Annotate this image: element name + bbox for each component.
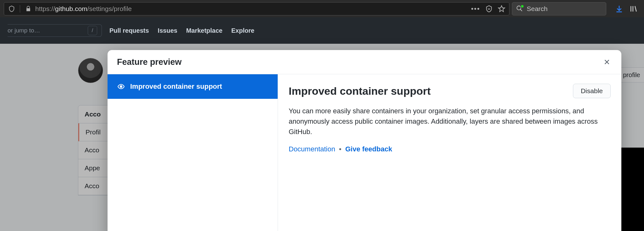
separator — [20, 5, 20, 13]
close-icon — [603, 59, 610, 65]
downloads-icon[interactable] — [615, 5, 623, 13]
eye-icon — [117, 82, 125, 91]
nav-pull-requests[interactable]: Pull requests — [109, 27, 149, 34]
slash-key-hint: / — [88, 26, 97, 35]
shield-icon — [8, 5, 15, 13]
modal-sidebar: Improved container support — [108, 74, 278, 231]
url-host: github.com — [55, 5, 87, 12]
browser-address-bar: https://github.com/settings/profile ••• … — [0, 0, 644, 17]
jump-to-search[interactable]: or jump to… / — [8, 24, 102, 37]
nav-explore[interactable]: Explore — [231, 27, 254, 34]
search-icon — [516, 5, 524, 13]
svg-point-7 — [120, 86, 122, 87]
feature-item-improved-container-support[interactable]: Improved container support — [108, 74, 278, 99]
url-text: https://github.com/settings/profile — [35, 5, 468, 13]
feature-links: Documentation • Give feedback — [289, 145, 611, 153]
feature-item-label: Improved container support — [130, 82, 222, 91]
pocket-icon[interactable] — [485, 5, 493, 13]
feature-heading: Improved container support — [289, 85, 431, 97]
url-scheme: https:// — [35, 5, 55, 12]
give-feedback-link[interactable]: Give feedback — [345, 145, 392, 153]
link-separator: • — [339, 145, 341, 153]
modal-main: Improved container support Disable You c… — [278, 74, 621, 231]
browser-search-box[interactable]: Search — [512, 2, 606, 15]
feature-description: You can more easily share containers in … — [289, 106, 603, 137]
documentation-link[interactable]: Documentation — [289, 145, 335, 153]
svg-line-1 — [520, 9, 522, 11]
page-content: Acco Profil Acco Appe Acco profile Featu… — [0, 44, 644, 231]
search-badge-icon — [520, 4, 524, 8]
feature-preview-modal: Feature preview Improved container suppo… — [108, 50, 621, 231]
browser-right-icons — [609, 5, 640, 13]
jump-placeholder: or jump to… — [8, 27, 40, 34]
feature-heading-row: Improved container support Disable — [289, 84, 611, 98]
addr-right-icons: ••• — [471, 5, 505, 13]
nav-issues[interactable]: Issues — [158, 27, 177, 34]
lock-icon — [25, 5, 32, 13]
bookmark-star-icon[interactable] — [498, 5, 505, 13]
search-placeholder: Search — [527, 5, 548, 13]
library-icon[interactable] — [630, 5, 638, 13]
nav-marketplace[interactable]: Marketplace — [186, 27, 223, 34]
github-nav: Pull requests Issues Marketplace Explore — [109, 27, 254, 34]
disable-button[interactable]: Disable — [573, 84, 611, 98]
svg-line-4 — [635, 6, 636, 11]
modal-body: Improved container support Improved cont… — [108, 74, 621, 231]
github-header: or jump to… / Pull requests Issues Marke… — [0, 17, 644, 44]
page-actions-icon[interactable]: ••• — [471, 5, 480, 13]
close-button[interactable] — [602, 57, 612, 67]
url-bar[interactable]: https://github.com/settings/profile ••• — [4, 2, 509, 15]
modal-header: Feature preview — [108, 50, 621, 74]
modal-title: Feature preview — [117, 57, 182, 67]
url-path: /settings/profile — [87, 5, 132, 12]
